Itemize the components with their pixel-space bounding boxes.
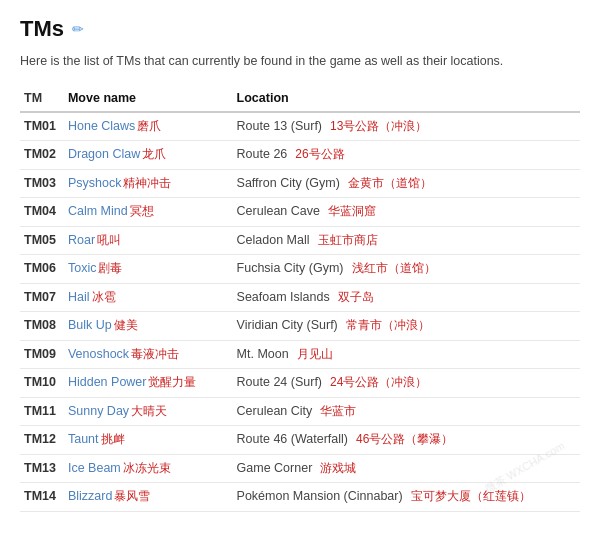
location: Route 46 (Waterfall)46号公路（攀瀑） — [233, 426, 580, 455]
location-zh: 华蓝洞窟 — [328, 204, 376, 218]
location-zh: 浅红市（道馆） — [352, 261, 436, 275]
location-en: Seafoam Islands — [237, 290, 330, 304]
move-name-zh: 冰雹 — [92, 290, 116, 304]
move-name-zh: 健美 — [114, 318, 138, 332]
move-name-en[interactable]: Venoshock — [68, 347, 129, 361]
tm-number: TM02 — [20, 141, 64, 170]
col-header-location: Location — [233, 85, 580, 112]
move-name-en[interactable]: Psyshock — [68, 176, 122, 190]
table-row: TM01Hone Claws磨爪Route 13 (Surf)13号公路（冲浪） — [20, 112, 580, 141]
location: Fuchsia City (Gym)浅红市（道馆） — [233, 255, 580, 284]
location-zh: 宝可梦大厦（红莲镇） — [411, 489, 531, 503]
tm-number: TM11 — [20, 397, 64, 426]
move-name: Psyshock精神冲击 — [64, 169, 233, 198]
tm-number: TM09 — [20, 340, 64, 369]
tm-number: TM01 — [20, 112, 64, 141]
location: Cerulean Cave华蓝洞窟 — [233, 198, 580, 227]
location-en: Mt. Moon — [237, 347, 289, 361]
tm-number: TM12 — [20, 426, 64, 455]
location-zh: 玉虹市商店 — [318, 233, 378, 247]
page-header: TMs ✏ — [20, 16, 580, 42]
tm-number: TM04 — [20, 198, 64, 227]
table-row: TM12Taunt挑衅Route 46 (Waterfall)46号公路（攀瀑） — [20, 426, 580, 455]
location: Viridian City (Surf)常青市（冲浪） — [233, 312, 580, 341]
table-row: TM09Venoshock毒液冲击Mt. Moon月见山 — [20, 340, 580, 369]
move-name-en[interactable]: Hone Claws — [68, 119, 135, 133]
location-en: Cerulean City — [237, 404, 313, 418]
location-zh: 华蓝市 — [320, 404, 356, 418]
tm-number: TM10 — [20, 369, 64, 398]
edit-icon[interactable]: ✏ — [72, 21, 84, 37]
page-description: Here is the list of TMs that can current… — [20, 52, 580, 71]
move-name: Bulk Up健美 — [64, 312, 233, 341]
move-name: Venoshock毒液冲击 — [64, 340, 233, 369]
page-title: TMs — [20, 16, 64, 42]
location: Route 24 (Surf)24号公路（冲浪） — [233, 369, 580, 398]
move-name-en[interactable]: Blizzard — [68, 489, 112, 503]
move-name-en[interactable]: Sunny Day — [68, 404, 129, 418]
move-name-en[interactable]: Hidden Power — [68, 375, 147, 389]
location-zh: 26号公路 — [295, 147, 344, 161]
move-name: Hone Claws磨爪 — [64, 112, 233, 141]
move-name-en[interactable]: Bulk Up — [68, 318, 112, 332]
move-name-en[interactable]: Dragon Claw — [68, 147, 140, 161]
location-zh: 24号公路（冲浪） — [330, 375, 427, 389]
move-name-en[interactable]: Toxic — [68, 261, 96, 275]
location: Route 2626号公路 — [233, 141, 580, 170]
location-en: Route 26 — [237, 147, 288, 161]
tm-number: TM07 — [20, 283, 64, 312]
table-row: TM07Hail冰雹Seafoam Islands双子岛 — [20, 283, 580, 312]
move-name-en[interactable]: Roar — [68, 233, 95, 247]
location-en: Fuchsia City (Gym) — [237, 261, 344, 275]
col-header-move: Move name — [64, 85, 233, 112]
location-en: Celadon Mall — [237, 233, 310, 247]
location-zh: 13号公路（冲浪） — [330, 119, 427, 133]
location-zh: 游戏城 — [320, 461, 356, 475]
col-header-tm: TM — [20, 85, 64, 112]
location: Seafoam Islands双子岛 — [233, 283, 580, 312]
location: Saffron City (Gym)金黄市（道馆） — [233, 169, 580, 198]
table-row: TM02Dragon Claw龙爪Route 2626号公路 — [20, 141, 580, 170]
move-name: Taunt挑衅 — [64, 426, 233, 455]
move-name-zh: 挑衅 — [101, 432, 125, 446]
location-en: Route 24 (Surf) — [237, 375, 322, 389]
table-row: TM14Blizzard暴风雪Pokémon Mansion (Cinnabar… — [20, 483, 580, 512]
location: Game Corner游戏城 — [233, 454, 580, 483]
table-row: TM13Ice Beam冰冻光束Game Corner游戏城 — [20, 454, 580, 483]
location: Cerulean City华蓝市 — [233, 397, 580, 426]
location-zh: 月见山 — [297, 347, 333, 361]
table-row: TM11Sunny Day大晴天Cerulean City华蓝市 — [20, 397, 580, 426]
move-name: Calm Mind冥想 — [64, 198, 233, 227]
location-en: Viridian City (Surf) — [237, 318, 338, 332]
location: Route 13 (Surf)13号公路（冲浪） — [233, 112, 580, 141]
move-name-en[interactable]: Taunt — [68, 432, 99, 446]
location: Celadon Mall玉虹市商店 — [233, 226, 580, 255]
table-row: TM08Bulk Up健美Viridian City (Surf)常青市（冲浪） — [20, 312, 580, 341]
move-name-en[interactable]: Hail — [68, 290, 90, 304]
location-en: Route 13 (Surf) — [237, 119, 322, 133]
location: Mt. Moon月见山 — [233, 340, 580, 369]
tm-number: TM05 — [20, 226, 64, 255]
location-zh: 常青市（冲浪） — [346, 318, 430, 332]
move-name-zh: 毒液冲击 — [131, 347, 179, 361]
move-name: Hidden Power觉醒力量 — [64, 369, 233, 398]
location: Pokémon Mansion (Cinnabar)宝可梦大厦（红莲镇） — [233, 483, 580, 512]
table-row: TM04Calm Mind冥想Cerulean Cave华蓝洞窟 — [20, 198, 580, 227]
location-en: Pokémon Mansion (Cinnabar) — [237, 489, 403, 503]
move-name-zh: 暴风雪 — [114, 489, 150, 503]
move-name-en[interactable]: Ice Beam — [68, 461, 121, 475]
move-name-zh: 精神冲击 — [123, 176, 171, 190]
location-en: Game Corner — [237, 461, 313, 475]
location-en: Saffron City (Gym) — [237, 176, 340, 190]
table-row: TM05Roar吼叫Celadon Mall玉虹市商店 — [20, 226, 580, 255]
move-name: Roar吼叫 — [64, 226, 233, 255]
move-name: Sunny Day大晴天 — [64, 397, 233, 426]
location-zh: 双子岛 — [338, 290, 374, 304]
location-en: Cerulean Cave — [237, 204, 320, 218]
move-name: Ice Beam冰冻光束 — [64, 454, 233, 483]
move-name-en[interactable]: Calm Mind — [68, 204, 128, 218]
move-name: Dragon Claw龙爪 — [64, 141, 233, 170]
location-en: Route 46 (Waterfall) — [237, 432, 348, 446]
move-name-zh: 剧毒 — [98, 261, 122, 275]
move-name: Toxic剧毒 — [64, 255, 233, 284]
